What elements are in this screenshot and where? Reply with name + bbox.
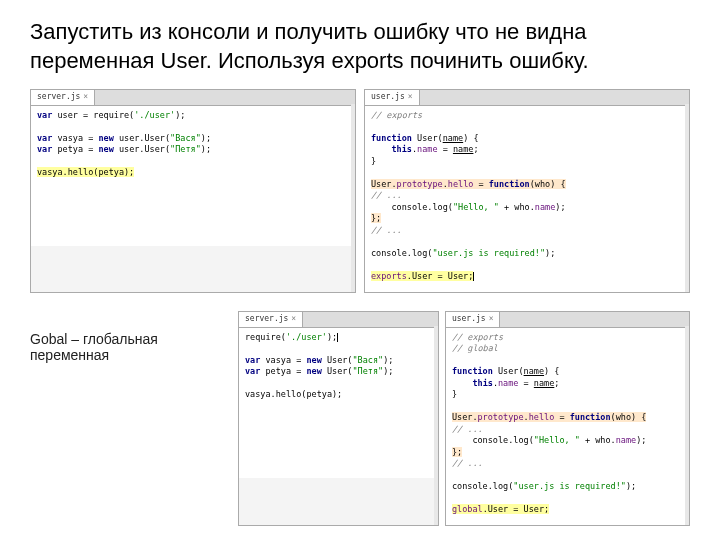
code-area[interactable]: // exports function User(name) { this.na…	[365, 106, 689, 292]
code-area[interactable]: require('./user'); var vasya = new User(…	[239, 328, 438, 478]
tab-user-js[interactable]: user.js ×	[365, 90, 420, 105]
editor-pane-user-bottom: user.js × // exports // global function …	[445, 311, 690, 526]
close-icon[interactable]: ×	[489, 314, 494, 325]
tab-bar: server.js ×	[31, 90, 355, 106]
code-area[interactable]: var user = require('./user'); var vasya …	[31, 106, 355, 246]
close-icon[interactable]: ×	[408, 92, 413, 103]
tab-bar: user.js ×	[446, 312, 689, 328]
text-cursor-icon	[337, 333, 338, 342]
editor-pane-server-bottom: server.js × require('./user'); var vasya…	[238, 311, 439, 526]
close-icon[interactable]: ×	[291, 314, 296, 325]
tab-server-js[interactable]: server.js ×	[239, 312, 303, 327]
tab-label: server.js	[245, 314, 288, 325]
tab-bar: user.js ×	[365, 90, 689, 106]
tab-bar: server.js ×	[239, 312, 438, 328]
close-icon[interactable]: ×	[83, 92, 88, 103]
tab-label: user.js	[452, 314, 486, 325]
tab-label: user.js	[371, 92, 405, 103]
text-cursor-icon	[473, 272, 474, 281]
scrollbar[interactable]	[685, 326, 689, 525]
slide-title: Запустить из консоли и получить ошибку ч…	[30, 18, 690, 75]
tab-user-js[interactable]: user.js ×	[446, 312, 501, 327]
scrollbar[interactable]	[685, 104, 689, 292]
tab-server-js[interactable]: server.js ×	[31, 90, 95, 105]
code-area[interactable]: // exports // global function User(name)…	[446, 328, 689, 526]
top-row: server.js × var user = require('./user')…	[30, 89, 690, 293]
editor-pane-server-top: server.js × var user = require('./user')…	[30, 89, 356, 293]
caption-text: Gobal – глобальная переменная	[30, 311, 230, 363]
bottom-row: Gobal – глобальная переменная server.js …	[30, 311, 690, 526]
editor-pane-user-top: user.js × // exports function User(name)…	[364, 89, 690, 293]
scrollbar[interactable]	[434, 326, 438, 525]
scrollbar[interactable]	[351, 104, 355, 292]
tab-label: server.js	[37, 92, 80, 103]
